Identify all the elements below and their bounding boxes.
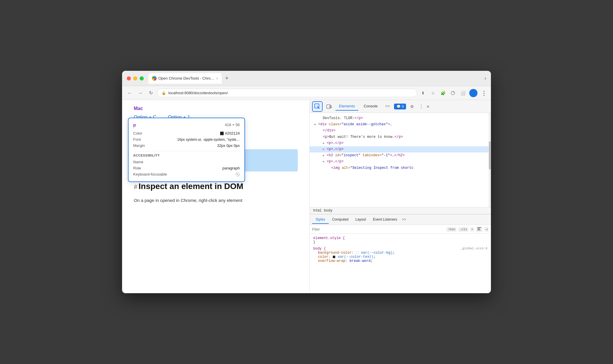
share-icon[interactable]: ⬆ [419,90,427,97]
notification-badge[interactable]: 💬 9 [394,104,406,109]
css-prop-color: color: var(--color-text); [313,255,487,259]
mac-label: Mac [134,106,298,111]
computed-icon [477,227,481,231]
dom-line-selected[interactable]: ▶ <p>…</p> [310,146,491,152]
a11y-role-value: paragraph [222,166,240,170]
svg-rect-9 [477,229,480,229]
css-selector: element.style { [313,236,345,240]
dom-line: <p>But wait! There's more to know.</p> [310,134,491,140]
dom-line[interactable]: ▶ <p>…</p> [310,159,491,165]
a11y-keyboard-value [236,172,240,176]
address-bar: ← → ↻ 🔒 localhost:8080/docs/devtools/ope… [122,86,491,100]
filter-input[interactable] [312,227,444,231]
css-source: _global.scss:6 [460,247,487,250]
forward-button[interactable]: → [136,89,144,97]
no-icon [236,172,240,176]
filter-actions: :hov .cls + ◁ [446,226,489,232]
devtools-settings-button[interactable]: ⚙ [408,102,416,111]
settings-gear-icon: ⚙ [410,104,413,109]
dom-line[interactable]: ▶ <p>…</p> [310,140,491,146]
filter-hov-button[interactable]: :hov [446,227,456,232]
a11y-role-label: Role [133,166,141,170]
lock-icon: 🔒 [162,91,166,95]
device-mode-button[interactable] [324,102,334,111]
maximize-traffic-light[interactable] [140,76,144,80]
notification-chat-icon: 💬 [396,104,401,109]
bookmark-icon[interactable]: ☆ [429,90,436,97]
hover-card-margin-row: Margin 32px 0px 0px [133,142,240,149]
page-content: Mac Option + C Option + J p 418 × 56 Col… [122,100,309,293]
a11y-keyboard-label: Keyboard-focusable [133,172,167,176]
url-text: localhost:8080/docs/devtools/open/ [168,91,228,95]
traffic-lights [127,76,144,80]
margin-value: 32px 0px 0px [217,143,240,148]
dom-line: <img alt="Selecting Inspect from shortc [310,165,491,171]
color-swatch [220,132,224,135]
svg-point-0 [451,91,455,95]
minimize-traffic-light[interactable] [133,76,137,80]
dom-line[interactable]: ▶ <h2 id="inspect" tabindex="-1">…</h2> [310,152,491,159]
devtools-header: Elements Console >> 💬 9 ⚙ ⋮ ✕ [310,100,491,113]
css-prop-bg: background-color: var(--color-bg); [313,251,487,255]
devtools-more-tabs[interactable]: >> [383,103,392,110]
dom-line[interactable]: ▶ <div class="aside aside--gotchas">… [310,121,491,128]
back-button[interactable]: ← [126,89,134,97]
profile-avatar-icon: 👤 [470,90,476,96]
tab-more-button[interactable]: › [484,75,486,81]
heading-text: Inspect an element in DOM [138,182,243,191]
filter-cls-button[interactable]: .cls [458,227,468,232]
devtools-panel: Elements Console >> 💬 9 ⚙ ⋮ ✕ [309,100,491,293]
svg-rect-8 [477,227,481,228]
menu-button[interactable]: ⋮ [480,90,487,97]
refresh-button[interactable]: ↻ [147,89,155,97]
tab-bar: Open Chrome DevTools - Chro… × + › [148,73,486,84]
more-vertical-icon: ⋮ [419,104,424,109]
devtools-menu-button[interactable]: ⋮ [418,104,425,109]
filter-computed-button[interactable] [476,226,482,232]
color-label: Color [133,131,142,135]
a11y-name-label: Name [133,160,143,164]
tab-layout[interactable]: Layout [352,216,369,224]
browser-content: Mac Option + C Option + J p 418 × 56 Col… [122,100,491,293]
styles-more-tabs[interactable]: >> [402,218,406,222]
screen-icon[interactable]: ⬜ [459,90,466,97]
tab-event-listeners[interactable]: Event Listeners [369,216,401,224]
dom-line: </div> [310,128,491,134]
extension-icon[interactable]: 🧩 [439,90,446,97]
hover-card-color-row: Color #202124 [133,130,240,136]
tab-close-button[interactable]: × [216,77,218,80]
hover-card-size: 418 × 56 [225,123,240,127]
browser-window: Open Chrome DevTools - Chro… × + › ← → ↻… [122,71,491,293]
new-tab-button[interactable]: + [223,74,231,83]
filter-toggle-button[interactable]: ◁ [484,227,489,232]
tab-styles[interactable]: Styles [312,216,329,224]
hover-card-keyboard-row: Keyboard-focusable [133,171,240,177]
styles-panel: Styles Computed Layout Event Listeners >… [310,214,491,293]
css-rule-element-style: element.style { } [313,236,487,244]
svg-rect-7 [330,106,331,108]
back-arrow-icon: ← [127,90,132,96]
dom-tree[interactable]: DevTools. TLDR:</p> ▶ <div class="aside … [310,113,491,207]
chrome-icon[interactable] [449,90,456,97]
filter-add-button[interactable]: + [470,227,475,232]
body-text: On a page in opened in Chrome, right-cli… [134,197,298,204]
profile-button[interactable]: 👤 [469,89,477,97]
tab-computed[interactable]: Computed [329,216,352,224]
breadcrumb-body[interactable]: body [324,209,333,213]
dom-scrollbar[interactable] [489,113,491,207]
inspect-element-button[interactable] [312,101,323,112]
url-bar[interactable]: 🔒 localhost:8080/docs/devtools/open/ [157,89,417,97]
hover-card: p 418 × 56 Color #202124 Font 16px syste… [128,118,245,182]
tab-elements[interactable]: Elements [335,102,358,111]
font-value: 16px system-ui, -apple-system, "syste… [177,137,240,142]
breadcrumb-bar: html body [310,207,491,214]
breadcrumb-html[interactable]: html [313,209,322,213]
styles-content: element.style { } body { _global.scss:6 … [310,234,491,291]
tab-console[interactable]: Console [360,102,381,111]
css-rule-body: body { _global.scss:6 background-color: … [313,247,487,263]
forward-arrow-icon: → [138,90,143,96]
hover-card-tag: p [133,122,136,127]
devtools-close-button[interactable]: ✕ [427,104,429,109]
active-tab[interactable]: Open Chrome DevTools - Chro… × [148,73,222,84]
close-traffic-light[interactable] [127,76,131,80]
